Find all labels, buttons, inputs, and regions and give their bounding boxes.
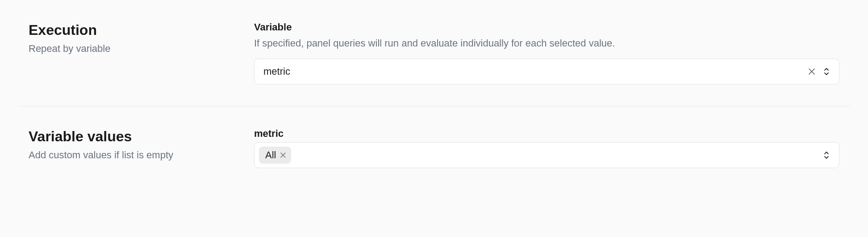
execution-section: Execution Repeat by variable Variable If… <box>0 0 868 106</box>
variable-values-title: Variable values <box>29 128 254 145</box>
metric-field-label: metric <box>254 128 839 140</box>
value-chip-label: All <box>265 149 276 161</box>
execution-subtitle: Repeat by variable <box>29 42 254 56</box>
execution-title: Execution <box>29 21 254 38</box>
execution-content: Variable If specified, panel queries wil… <box>254 21 839 85</box>
value-chip: All <box>259 147 291 164</box>
variable-values-content: metric All <box>254 128 839 168</box>
variable-values-subtitle: Add custom values if list is empty <box>29 148 254 162</box>
variable-values-sidebar: Variable values Add custom values if lis… <box>29 128 254 168</box>
variable-select-value: metric <box>263 66 808 77</box>
variable-values-section: Variable values Add custom values if lis… <box>0 106 868 190</box>
variable-select[interactable]: metric <box>254 59 839 85</box>
chevron-updown-icon <box>823 67 830 76</box>
chip-close-icon[interactable] <box>280 152 287 159</box>
variable-select-icons <box>808 67 830 76</box>
execution-sidebar: Execution Repeat by variable <box>29 21 254 85</box>
variable-field-label: Variable <box>254 21 839 33</box>
variable-field-description: If specified, panel queries will run and… <box>254 36 839 51</box>
clear-icon[interactable] <box>808 68 816 76</box>
variable-values-multiselect[interactable]: All <box>254 142 839 168</box>
chevron-updown-icon <box>823 151 830 160</box>
